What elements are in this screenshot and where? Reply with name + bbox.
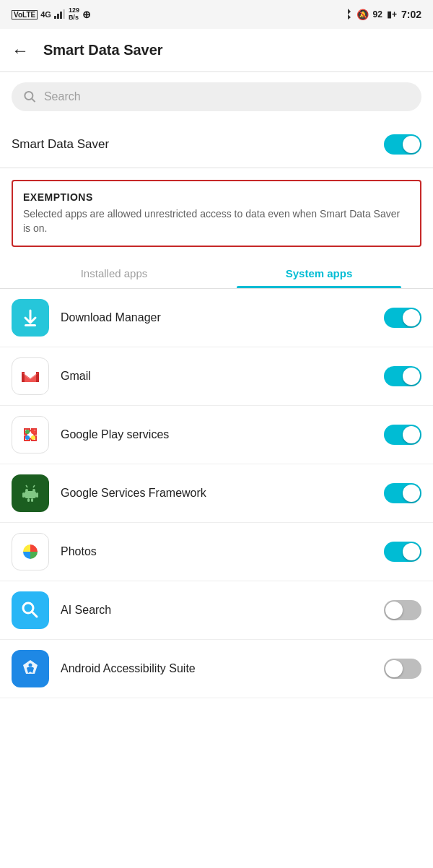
page-title: Smart Data Saver [43,42,163,58]
app-icon-download-manager [12,299,49,337]
smart-data-saver-row: Smart Data Saver [0,121,433,168]
svg-point-12 [25,430,30,434]
toggle-knob [403,485,420,502]
app-icon-ai-search [12,591,49,629]
list-item: Download Manager [0,289,433,347]
bluetooth-icon [344,8,352,22]
svg-rect-8 [17,363,43,389]
app-name-ai-search: AI Search [61,604,384,617]
svg-line-5 [32,99,35,102]
search-bar[interactable]: Search [12,82,421,111]
list-item: Android Accessibility Suite [0,640,433,698]
app-name-download-manager: Download Manager [61,311,384,324]
list-item: Gmail [0,347,433,406]
header: ← Smart Data Saver [0,29,433,72]
list-item: AI Search [0,581,433,640]
tab-system-apps[interactable]: System apps [216,259,421,288]
data-speed: 129B/s [69,7,79,22]
silent-icon: 🔕 [357,9,369,20]
photos-icon-svg [17,539,43,565]
svg-rect-21 [36,492,38,498]
toggle-gmail[interactable] [384,366,421,386]
app-list: Download Manager Gmail [0,289,433,698]
svg-rect-20 [22,492,25,498]
svg-point-15 [31,435,35,440]
toggle-knob [403,368,420,385]
toggle-knob [385,660,403,677]
svg-point-4 [25,92,32,100]
exemptions-box: EXEMPTIONS Selected apps are allowed unr… [12,180,421,247]
svg-rect-1 [57,14,59,19]
svg-rect-19 [25,491,36,498]
svg-point-32 [29,664,32,667]
toggle-google-services-framework[interactable] [384,483,421,503]
toggle-knob [403,136,420,153]
time: 7:02 [401,9,421,20]
tab-installed-apps[interactable]: Installed apps [12,259,216,288]
smart-data-saver-toggle[interactable] [384,134,421,155]
list-item: Google Play services [0,406,433,464]
list-item: Google Services Framework [0,464,433,523]
svg-point-14 [25,435,30,440]
status-left: VoLTE 4G 129B/s ⊕ [12,7,91,22]
toggle-ai-search[interactable] [384,600,421,620]
settings-icon: ⊕ [82,9,91,20]
app-name-photos: Photos [61,545,384,558]
svg-rect-27 [17,597,43,623]
search-input[interactable]: Search [44,90,410,103]
network-type: 4G [40,10,51,19]
status-right: 🔕 92 ▮+ 7:02 [344,8,421,22]
svg-rect-7 [25,324,36,326]
app-icon-gmail [12,357,49,395]
toggle-knob [403,426,420,443]
app-name-gmail: Gmail [61,370,384,383]
search-icon [23,90,37,104]
toggle-download-manager[interactable] [384,308,421,328]
battery-icon: ▮+ [387,9,397,19]
toggle-photos[interactable] [384,542,421,562]
app-name-google-play-services: Google Play services [61,428,384,441]
svg-rect-2 [60,12,62,19]
gplay-icon-svg [17,422,43,448]
toggle-google-play-services[interactable] [384,425,421,445]
aisearch-icon-svg [17,597,43,623]
volte-indicator: VoLTE [12,10,38,19]
svg-rect-23 [31,498,33,502]
signal-bars [54,9,66,20]
svg-rect-0 [54,16,56,19]
toggle-android-accessibility-suite[interactable] [384,659,421,679]
accessibility-icon-svg [17,656,43,682]
app-icon-google-play-services [12,416,49,453]
download-manager-icon-svg [17,305,43,331]
battery-level: 92 [373,9,382,19]
status-bar: VoLTE 4G 129B/s ⊕ 🔕 92 ▮+ 7:02 [0,0,433,29]
back-button[interactable]: ← [12,40,29,61]
svg-point-13 [31,430,35,434]
exemptions-title: EXEMPTIONS [23,191,410,203]
gmail-icon-svg [17,363,43,389]
gsf-icon-svg [17,480,43,506]
app-name-google-services-framework: Google Services Framework [61,487,384,500]
exemptions-description: Selected apps are allowed unrestricted a… [23,207,410,235]
toggle-knob [403,309,420,326]
app-icon-google-services-framework [12,474,49,512]
svg-rect-3 [63,9,65,19]
app-name-android-accessibility-suite: Android Accessibility Suite [61,662,384,675]
app-icon-accessibility [12,650,49,687]
svg-rect-22 [27,498,30,502]
tabs-container: Installed apps System apps [0,259,433,289]
smart-data-saver-label: Smart Data Saver [12,137,109,152]
svg-rect-11 [17,422,43,448]
list-item: Photos [0,523,433,581]
toggle-knob [385,602,403,619]
toggle-knob [403,543,420,560]
app-icon-photos [12,533,49,570]
